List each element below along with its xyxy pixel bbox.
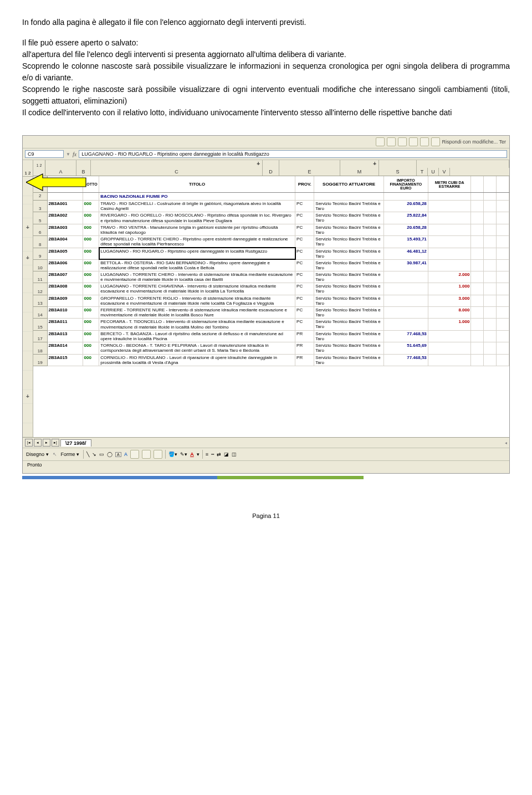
name-box[interactable]: C9 <box>25 150 64 158</box>
col-header-m[interactable]: M <box>340 168 379 176</box>
cell-titolo[interactable]: LUGAGNANO - RIO RUGARLO - Ripristino ope… <box>99 248 295 259</box>
cell-lotto[interactable]: 000 <box>83 307 99 319</box>
rectangle-icon[interactable]: ▭ <box>99 452 104 457</box>
cell-metri[interactable] <box>428 201 471 212</box>
cell-soggetto[interactable]: Servizio Tecnico Bacini Trebbia e Taro <box>314 271 384 283</box>
cell-lotto[interactable]: 000 <box>83 283 99 295</box>
cell-metri[interactable]: 1.000 <box>428 283 471 295</box>
cell-codice[interactable]: 2B3A010 <box>47 307 83 319</box>
oval-icon[interactable]: ◯ <box>107 452 112 457</box>
cell-codice[interactable]: 2B3A003 <box>47 224 83 235</box>
cell-importo[interactable]: 46.481,12 <box>383 248 428 259</box>
cell-prov[interactable]: PC <box>295 248 314 259</box>
cell-importo[interactable]: 20.658,28 <box>383 224 428 235</box>
row-number[interactable]: 18 <box>33 342 47 354</box>
toolbar-icon[interactable] <box>420 137 429 146</box>
cell-prov[interactable]: PC <box>295 283 314 295</box>
toolbar-icon[interactable] <box>387 137 396 146</box>
cell-codice[interactable]: 2B3A008 <box>47 283 83 295</box>
tab-nav-next[interactable]: ▸ <box>43 439 50 447</box>
cell-soggetto[interactable]: Servizio Tecnico Bacini Trebbia e Taro <box>314 330 384 342</box>
toolbar-icon[interactable] <box>376 137 385 146</box>
row-number[interactable]: 12 <box>33 283 47 295</box>
3d-icon[interactable]: ◫ <box>232 452 237 457</box>
cell-codice[interactable]: 2B3A015 <box>47 354 83 366</box>
row-number[interactable]: 3 <box>33 201 47 212</box>
cell-lotto[interactable]: 000 <box>83 295 99 306</box>
cell-metri[interactable] <box>428 236 471 248</box>
cell-soggetto[interactable]: Servizio Tecnico Bacini Trebbia e Taro <box>314 248 384 259</box>
cell-prov[interactable]: PR <box>295 354 314 366</box>
cell-titolo[interactable]: TRAVO - RIO VENTRA - Manutenzione brigli… <box>99 224 295 235</box>
cell-metri[interactable] <box>428 212 471 224</box>
textbox-icon[interactable]: A <box>115 452 121 457</box>
cell-soggetto[interactable]: Servizio Tecnico Bacini Trebbia e Taro <box>314 354 384 366</box>
col-header-s[interactable]: S <box>379 168 417 176</box>
cell-prov[interactable]: PC <box>295 259 314 271</box>
row-number[interactable]: 2 <box>33 193 47 201</box>
cell-codice[interactable]: 2B3A002 <box>47 212 83 224</box>
cell-titolo[interactable]: BERCETO - T. BAGANZA - Lavori di riprist… <box>99 330 295 342</box>
wordart-icon[interactable]: A <box>124 452 128 457</box>
sheet-tab-active[interactable]: \27 1998/ <box>60 439 91 447</box>
cell-importo[interactable]: 77.468,53 <box>383 354 428 366</box>
line-style-icon[interactable]: ≡ <box>206 452 208 457</box>
cell-titolo[interactable]: GROPPARELLO - TORRENTE CHERO - Ripristin… <box>99 236 295 248</box>
cell-soggetto[interactable]: Servizio Tecnico Bacini Trebbia e Taro <box>314 295 384 306</box>
cell-importo[interactable] <box>383 271 428 283</box>
cell-codice[interactable]: 2B3A009 <box>47 295 83 306</box>
cell-codice[interactable]: 2B3A011 <box>47 319 83 330</box>
cell-importo[interactable] <box>383 307 428 319</box>
fill-color-icon[interactable]: 🪣▾ <box>168 452 177 457</box>
row-number[interactable]: 11 <box>33 271 47 283</box>
col-header-c[interactable]: C <box>91 168 263 176</box>
dash-style-icon[interactable]: ┅ <box>211 452 214 457</box>
line-icon[interactable]: ╲ <box>86 452 89 457</box>
col-header-u[interactable]: U <box>428 168 439 176</box>
outline-expand-icon[interactable]: + <box>26 394 29 399</box>
col-header-t[interactable]: T <box>417 168 428 176</box>
cell-codice[interactable]: 2B3A005 <box>47 248 83 259</box>
cell-soggetto[interactable]: Servizio Tecnico Bacini Trebbia e Taro <box>314 224 384 235</box>
row-number[interactable]: 10 <box>33 259 47 271</box>
shadow-icon[interactable]: ◪ <box>224 452 229 457</box>
cell-metri[interactable] <box>428 248 471 259</box>
cell-importo[interactable] <box>383 319 428 330</box>
picture-icon[interactable] <box>154 450 162 459</box>
col-header-d[interactable]: D <box>263 168 279 176</box>
cell-titolo[interactable]: TRAVO - RIO SACCHELLI - Costruzione di b… <box>99 201 295 212</box>
toolbar-icon[interactable] <box>398 137 407 146</box>
row-outline-gutter[interactable]: 1 2 +++ <box>23 160 33 437</box>
draw-menu[interactable]: Disegno ▾ <box>25 452 50 457</box>
row-number[interactable]: 8 <box>33 236 47 248</box>
font-color-icon[interactable]: A <box>190 452 194 457</box>
cell-titolo[interactable]: BETTOLA - RIO OSTERIA - RIO SAN BERNARDI… <box>99 259 295 271</box>
cell-prov[interactable]: PC <box>295 295 314 306</box>
cell-metri[interactable] <box>428 259 471 271</box>
clipart-icon[interactable] <box>142 450 151 459</box>
cell-titolo[interactable]: GROPPARELLO - TORRENTE RIGLIO - Interven… <box>99 295 295 306</box>
cell-titolo[interactable]: TORNOLO - BEDONIA - T. TARO E PELPIRANA … <box>99 342 295 354</box>
cell-lotto[interactable]: 000 <box>83 201 99 212</box>
cell-prov[interactable]: PR <box>295 342 314 354</box>
cell-metri[interactable]: 1.000 <box>428 319 471 330</box>
fx-icon[interactable]: fx <box>70 151 79 157</box>
cell-lotto[interactable]: 000 <box>83 248 99 259</box>
cell-prov[interactable]: PC <box>295 236 314 248</box>
arrow-icon[interactable]: ↘ <box>92 452 96 457</box>
cell-lotto[interactable]: 000 <box>83 212 99 224</box>
col-header-v[interactable]: V <box>439 168 450 176</box>
cell-importo[interactable]: 30.987,41 <box>383 259 428 271</box>
cell-lotto[interactable]: 000 <box>83 354 99 366</box>
cell-prov[interactable]: PC <box>295 201 314 212</box>
cell-codice[interactable]: 2B3A004 <box>47 236 83 248</box>
cell-importo[interactable]: 25.822,84 <box>383 212 428 224</box>
tab-nav-last[interactable]: ▸| <box>52 439 59 447</box>
cell-soggetto[interactable]: Servizio Tecnico Bacini Trebbia e Taro <box>314 212 384 224</box>
autoshapes-menu[interactable]: Forme ▾ <box>60 452 81 457</box>
cell-titolo[interactable]: PECORARA - T. TIDONCELLO - Intervento di… <box>99 319 295 330</box>
cell-lotto[interactable]: 000 <box>83 271 99 283</box>
cell-metri[interactable] <box>428 224 471 235</box>
formula-input[interactable]: LUGAGNANO - RIO RUGARLO - Ripristino ope… <box>79 150 507 158</box>
cell-importo[interactable] <box>383 283 428 295</box>
